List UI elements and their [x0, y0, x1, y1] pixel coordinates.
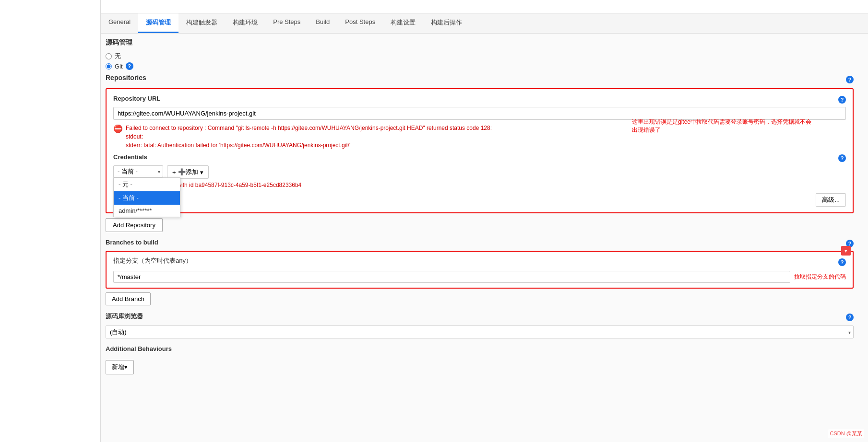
tab-build-settings[interactable]: 构建设置	[383, 13, 423, 33]
radio-git[interactable]	[106, 63, 112, 70]
repositories-help-icon[interactable]: ?	[846, 76, 854, 83]
advanced-button[interactable]: 高级...	[816, 193, 846, 207]
credentials-header: Credentials ?	[113, 153, 846, 163]
dropdown-none[interactable]: - 元 -	[114, 178, 180, 191]
branches-header: Branches to build ?	[106, 239, 854, 248]
add-behaviour-dropdown[interactable]: 新增▾	[106, 360, 134, 374]
add-credentials-button[interactable]: + ➕添加 ▾	[167, 165, 209, 179]
additional-behaviours-section: Additional Behaviours 新增▾	[106, 345, 854, 374]
branch-input[interactable]	[113, 271, 790, 283]
branch-specify-help-icon[interactable]: ?	[838, 258, 846, 266]
repo-url-help-icon[interactable]: ?	[838, 96, 846, 104]
tab-scm[interactable]: 源码管理	[138, 13, 178, 33]
sidebar	[0, 0, 101, 442]
branch-specify-header: 指定分支（为空时代表any） ?	[113, 256, 846, 268]
source-browser-help-icon[interactable]: ?	[846, 314, 854, 321]
add-repository-button[interactable]: Add Repository	[106, 218, 163, 232]
down-arrow-badge: ▾	[841, 246, 851, 256]
source-browser-label: 源码库浏览器	[106, 312, 143, 321]
repo-url-label: Repository URL	[113, 95, 160, 102]
source-browser-select-wrapper[interactable]: (自动) ▾	[106, 326, 854, 338]
plus-icon: +	[172, 169, 176, 176]
radio-none-label: 无	[115, 52, 121, 60]
repositories-label: Repositories	[106, 74, 146, 81]
repo-url-header: Repository URL ?	[113, 95, 846, 104]
additional-behaviours-label: Additional Behaviours	[106, 345, 854, 352]
error-text: Failed to connect to repository : Comman…	[126, 124, 492, 150]
add-branch-button[interactable]: Add Branch	[106, 292, 151, 305]
repositories-header: Repositories ?	[106, 74, 854, 85]
branches-section: Branches to build ? ▾ 指定分支（为空时代表any） ? 拉…	[106, 239, 854, 305]
git-help-icon[interactable]: ?	[126, 62, 133, 70]
error-id-text: There are no credentials with id ba94587…	[113, 182, 846, 188]
credentials-dropdown[interactable]: - 元 - - 当前 - admin/******	[113, 177, 180, 217]
radio-none[interactable]	[106, 53, 112, 59]
branch-annotation: 拉取指定分支的代码	[794, 273, 846, 281]
section-title: 源码管理	[106, 38, 854, 47]
credentials-select-wrapper[interactable]: - 元 - - 当前 - admin/****** ▾ - 元 - - 当前 -…	[113, 165, 163, 177]
error-circle-icon: ⛔	[113, 124, 123, 133]
tab-pre-steps[interactable]: Pre Steps	[265, 13, 308, 33]
branches-label: Branches to build	[106, 239, 158, 246]
branch-specify-label: 指定分支（为空时代表any）	[113, 256, 192, 265]
tab-build-env[interactable]: 构建环境	[225, 13, 265, 33]
branch-box: ▾ 指定分支（为空时代表any） ? 拉取指定分支的代码	[106, 251, 854, 289]
radio-row-git[interactable]: Git ?	[106, 62, 854, 70]
source-browser-header: 源码库浏览器 ?	[106, 312, 854, 323]
dropdown-admin[interactable]: admin/******	[114, 205, 180, 217]
dropdown-current[interactable]: - 当前 -	[114, 191, 180, 205]
source-browser-section: 源码库浏览器 ? (自动) ▾	[106, 312, 854, 338]
radio-git-label: Git	[115, 63, 123, 70]
tab-post-steps[interactable]: Post Steps	[337, 13, 383, 33]
credentials-help-icon[interactable]: ?	[838, 154, 846, 162]
credentials-row: - 元 - - 当前 - admin/****** ▾ - 元 - - 当前 -…	[113, 165, 846, 179]
breadcrumb-bar: Dashboard ► jenkins-project ►	[0, 0, 868, 13]
tabs-bar: General 源码管理 构建触发器 构建环境 Pre Steps Build …	[0, 13, 868, 34]
branch-input-row: 拉取指定分支的代码	[113, 271, 846, 283]
error-block: ⛔ Failed to connect to repository : Comm…	[113, 124, 846, 150]
source-browser-select[interactable]: (自动)	[106, 326, 854, 338]
repo-url-input[interactable]	[113, 107, 846, 120]
tab-general[interactable]: General	[101, 13, 138, 33]
add-arrow-icon: ▾	[200, 169, 203, 176]
tab-post-build[interactable]: 构建后操作	[423, 13, 470, 33]
credentials-label: Credentials	[113, 153, 147, 161]
main-content: 源码管理 无 Git ? Repositories ? Repository U…	[0, 34, 868, 442]
radio-row-none[interactable]: 无	[106, 52, 854, 60]
tab-build-triggers[interactable]: 构建触发器	[178, 13, 225, 33]
scm-radio-group: 无 Git ?	[106, 52, 854, 70]
repository-box: Repository URL ? ⛔ Failed to connect to …	[106, 88, 854, 213]
tab-build[interactable]: Build	[308, 13, 337, 33]
credentials-select[interactable]: - 元 - - 当前 - admin/******	[113, 165, 163, 177]
csdn-badge: CSDN @某某	[828, 429, 864, 438]
add-label: ➕添加	[178, 168, 198, 176]
